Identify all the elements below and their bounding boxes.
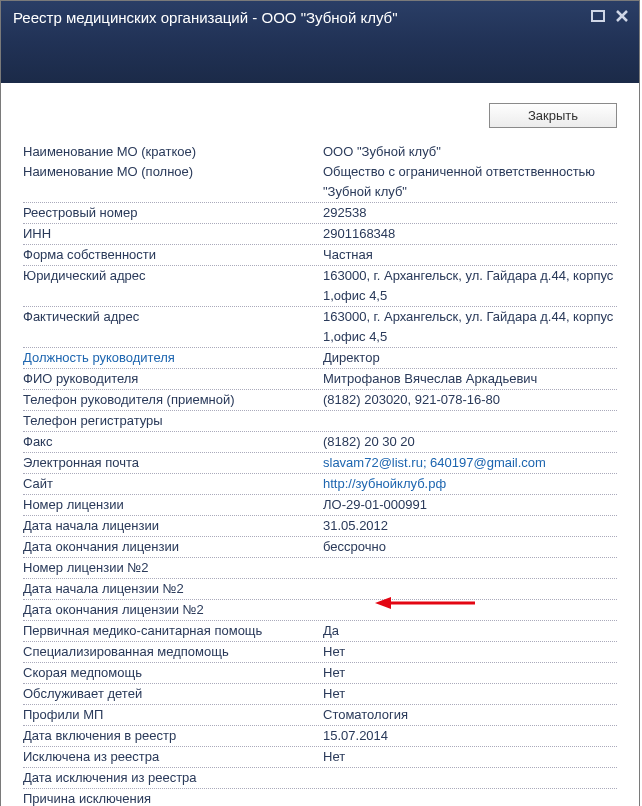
field-value: Директор bbox=[323, 348, 617, 368]
field-value: (8182) 203020, 921-078-16-80 bbox=[323, 390, 617, 410]
field-label: Исключена из реестра bbox=[23, 747, 323, 767]
field-label: Сайт bbox=[23, 474, 323, 494]
title-bar: Реестр медицинских организаций - ООО "Зу… bbox=[1, 1, 639, 83]
field-label: Реестровый номер bbox=[23, 203, 323, 223]
field-value: Нет bbox=[323, 663, 617, 683]
window-title: Реестр медицинских организаций - ООО "Зу… bbox=[13, 7, 591, 26]
email-link[interactable]: slavam72@list.ru; 640197@gmail.com bbox=[323, 453, 617, 473]
field-label: Скорая медпомощь bbox=[23, 663, 323, 683]
field-label: Номер лицензии №2 bbox=[23, 558, 323, 578]
field-label: Первичная медико-санитарная помощь bbox=[23, 621, 323, 641]
field-label: ФИО руководителя bbox=[23, 369, 323, 389]
field-label: Электронная почта bbox=[23, 453, 323, 473]
maximize-icon[interactable] bbox=[591, 9, 605, 23]
field-value: Митрофанов Вячеслав Аркадьевич bbox=[323, 369, 617, 389]
field-value: Нет bbox=[323, 642, 617, 662]
site-link[interactable]: http://зубнойклуб.рф bbox=[323, 474, 617, 494]
field-label: Дата окончания лицензии №2 bbox=[23, 600, 323, 620]
close-button-top[interactable]: Закрыть bbox=[489, 103, 617, 128]
field-label: Профили МП bbox=[23, 705, 323, 725]
field-value: Частная bbox=[323, 245, 617, 265]
field-label: Обслуживает детей bbox=[23, 684, 323, 704]
field-label: Специализированная медпомощь bbox=[23, 642, 323, 662]
field-value: бессрочно bbox=[323, 537, 617, 557]
field-value: 163000, г. Архангельск, ул. Гайдара д.44… bbox=[323, 266, 617, 306]
field-label: Дата начала лицензии №2 bbox=[23, 579, 323, 599]
field-label: ИНН bbox=[23, 224, 323, 244]
field-label: Юридический адрес bbox=[23, 266, 323, 286]
field-value: 2901168348 bbox=[323, 224, 617, 244]
field-label: Наименование МО (краткое) bbox=[23, 142, 323, 162]
window-controls bbox=[591, 7, 629, 23]
field-label: Дата начала лицензии bbox=[23, 516, 323, 536]
field-label: Форма собственности bbox=[23, 245, 323, 265]
field-label: Дата включения в реестр bbox=[23, 726, 323, 746]
field-label: Телефон регистратуры bbox=[23, 411, 323, 431]
field-value: Общество с ограниченной ответственностью… bbox=[323, 162, 617, 202]
field-label: Дата окончания лицензии bbox=[23, 537, 323, 557]
field-value: ООО "Зубной клуб" bbox=[323, 142, 617, 162]
field-label: Дата исключения из реестра bbox=[23, 768, 323, 788]
field-value: 15.07.2014 bbox=[323, 726, 617, 746]
field-value: ЛО-29-01-000991 bbox=[323, 495, 617, 515]
close-icon[interactable] bbox=[615, 9, 629, 23]
field-value: 163000, г. Архангельск, ул. Гайдара д.44… bbox=[323, 307, 617, 347]
field-label: Наименование МО (полное) bbox=[23, 162, 323, 182]
field-label: Причина исключения bbox=[23, 789, 323, 806]
dialog-body: Закрыть Наименование МО (краткое)ООО "Зу… bbox=[1, 83, 639, 806]
field-label: Номер лицензии bbox=[23, 495, 323, 515]
field-value: 31.05.2012 bbox=[323, 516, 617, 536]
field-label: Телефон руководителя (приемной) bbox=[23, 390, 323, 410]
field-value: (8182) 20 30 20 bbox=[323, 432, 617, 452]
svg-rect-0 bbox=[592, 11, 604, 21]
field-label: Должность руководителя bbox=[23, 348, 323, 368]
dialog-window: Реестр медицинских организаций - ООО "Зу… bbox=[0, 0, 640, 806]
field-value: Нет bbox=[323, 747, 617, 767]
field-value: Да bbox=[323, 621, 617, 641]
field-value: Нет bbox=[323, 684, 617, 704]
field-value: 292538 bbox=[323, 203, 617, 223]
details-list: Наименование МО (краткое)ООО "Зубной клу… bbox=[15, 142, 625, 806]
field-value: Стоматология bbox=[323, 705, 617, 725]
field-label: Фактический адрес bbox=[23, 307, 323, 327]
field-label: Факс bbox=[23, 432, 323, 452]
